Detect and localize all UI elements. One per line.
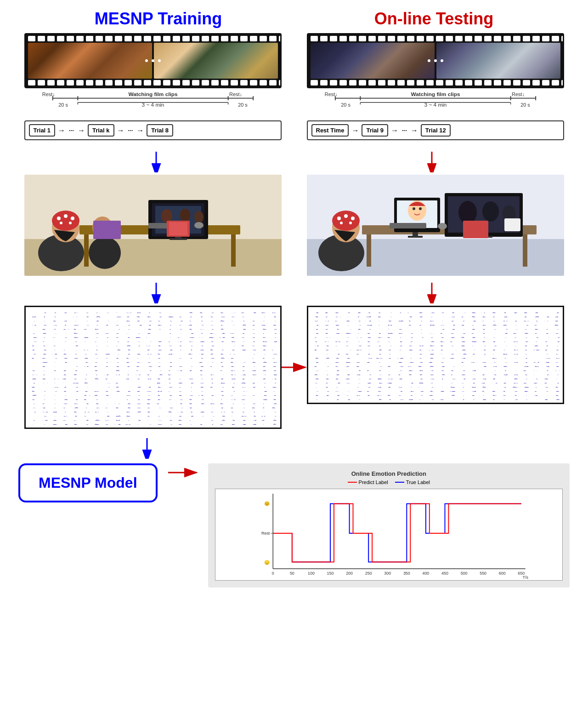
svg-text:250: 250 [365,571,372,576]
perf [475,80,482,86]
svg-rect-59 [169,222,187,235]
photos-row [18,175,570,276]
perf [436,80,443,86]
eeg-signal-row [311,396,560,400]
perf [182,36,190,41]
perf [523,80,530,86]
perf [57,36,64,41]
legend-line-red [348,482,357,483]
blue-down-arrow-2 [147,280,165,303]
perf [359,36,366,41]
perf [47,36,55,41]
svg-point-44 [194,211,204,223]
perf [279,80,282,86]
svg-text:400: 400 [422,571,429,576]
eeg-signal-row [311,322,560,325]
bottom-section: MESNP Model Online Emotion Prediction Pr… [18,463,570,588]
perf [368,36,376,41]
perf [202,36,209,41]
eeg-signal-row [311,309,560,313]
perf [134,36,141,41]
blue-down-arrow-3 [138,436,156,459]
trial-arrow: → [136,126,145,135]
perf [124,36,132,41]
eeg-signal-row [311,334,560,338]
perf [192,80,199,86]
red-down-arrow-1 [423,149,441,172]
eeg-signal-row [28,318,278,321]
svg-rect-93 [504,218,520,231]
svg-point-43 [180,209,190,222]
perf [86,36,93,41]
perf [173,80,180,86]
eeg-signal-row [28,421,278,425]
perf [76,36,84,41]
svg-text:Rest↓: Rest↓ [229,92,242,97]
blue-down-col [18,436,276,459]
svg-text:Rest: Rest [261,531,270,536]
perf [339,36,347,41]
perf [134,80,141,86]
eeg-signal-row [28,351,278,354]
perf [231,36,238,41]
eeg-signal-row [311,326,560,330]
eeg-signal-row [28,363,278,367]
legend-true-label: True Label [406,479,430,485]
red-right-arrow-model [167,463,199,482]
prediction-chart: Online Emotion Prediction Predict Label … [208,463,570,588]
perf [407,36,414,41]
svg-point-50 [52,211,79,231]
eeg-signal-row [28,309,278,313]
bottom-left: MESNP Model [18,463,158,502]
perf [240,36,248,41]
svg-point-87 [344,214,348,218]
perf [339,80,347,86]
trial-12-box: Trial 12 [421,124,451,137]
perf [542,80,549,86]
svg-rect-66 [367,234,371,267]
perf [475,36,482,41]
perf [388,80,395,86]
perf [57,80,64,86]
lab-photo-right [307,175,564,276]
eeg-signal-row [311,359,560,363]
eeg-signal-row [28,409,278,412]
perf [368,80,376,86]
trial-8-box: Trial 8 [147,124,173,137]
perf [330,36,337,41]
svg-text:Watching film clips: Watching film clips [411,92,460,97]
chart-svg: 😊 Rest 😞 0 50 100 150 200 250 300 350 40… [215,489,562,580]
svg-rect-91 [390,223,426,228]
perf [105,80,113,86]
trials-row: Trial 1 → ··· → Trial k → ··· → Trial 8 … [18,120,570,140]
eeg-signal-row [28,342,278,346]
trial-arrow: → [57,126,66,135]
perf [153,36,161,41]
perf [513,80,520,86]
perf [124,80,132,86]
svg-point-76 [458,201,477,224]
perf [28,36,35,41]
perf [494,80,501,86]
perf [532,80,540,86]
eeg-signal-row [311,355,560,359]
perf [561,36,564,41]
film-dots [145,59,161,62]
arrow-col-left [147,149,165,172]
perf [144,80,151,86]
svg-text:350: 350 [403,571,410,576]
perf [494,36,501,41]
eeg-signal-row [28,392,278,396]
perf [320,80,328,86]
legend-predict: Predict Label [348,479,388,485]
svg-rect-80 [408,236,423,238]
perf [417,80,424,86]
perf [484,36,492,41]
eeg-horizontal-arrow [280,360,308,374]
svg-text:20 s: 20 s [238,102,248,108]
perf [202,80,209,86]
perf [552,36,559,41]
perf [532,36,540,41]
perf [38,80,45,86]
arrows-row-1 [18,149,570,172]
